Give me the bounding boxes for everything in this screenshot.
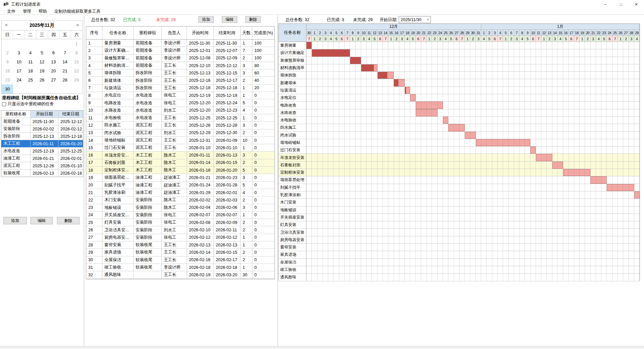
milestone-column-header[interactable]: 结束日期 <box>58 111 83 118</box>
task-row[interactable]: 7垃圾清运拆改阶段王工长2025-12-182025-12-18120 <box>86 84 275 92</box>
task-row[interactable]: 12防水施工泥瓦工程王工长2025-12-262025-12-2830 <box>86 122 275 129</box>
task-row[interactable]: 13闭水试验泥瓦工程刘水工2025-12-292025-12-3020 <box>86 129 275 137</box>
task-row[interactable]: 1量房测量前期准备李设计师2025-11-302025-11-301100 <box>86 40 275 47</box>
gantt-bar[interactable] <box>410 94 415 101</box>
gantt-bar[interactable] <box>563 169 590 176</box>
calendar-day-cell[interactable]: 19 <box>36 66 48 75</box>
minimize-button[interactable]: ─ <box>598 0 613 9</box>
calendar-day-cell[interactable]: 27 <box>48 75 59 84</box>
gantt-bar[interactable] <box>416 102 443 109</box>
milestone-column-header[interactable]: 里程碑名称 <box>1 111 31 118</box>
task-column-header[interactable]: 结束时间 <box>214 26 241 39</box>
task-row[interactable]: 17石膏板封面木工工程陈木工2026-01-142026-01-1520 <box>86 159 275 167</box>
close-button[interactable]: ✕ <box>629 0 644 9</box>
calendar-day-cell[interactable]: 28 <box>59 75 70 84</box>
calendar-day-cell[interactable]: 13 <box>48 57 59 66</box>
task-column-header[interactable]: 负责人 <box>162 26 187 39</box>
task-row[interactable]: 23地板铺设安装阶段陈木工2026-02-042026-02-0630 <box>86 204 275 212</box>
menu-item-1[interactable]: 管理 <box>19 9 35 14</box>
milestone-row[interactable]: 油漆工程2026-01-212026-02-01 <box>1 155 83 162</box>
task-delete-button[interactable]: 删除 <box>245 16 261 23</box>
calendar-day-cell[interactable]: 14 <box>59 57 70 66</box>
task-row[interactable]: 22木门安装安装阶段陈木工2026-02-022026-02-0320 <box>86 196 275 204</box>
gantt-bar[interactable] <box>443 117 448 124</box>
task-row[interactable]: 26卫浴洁具安...安装阶段刘水工2026-02-102026-02-1120 <box>86 226 275 234</box>
calendar-day-cell[interactable]: 6 <box>48 48 59 57</box>
gantt-bar[interactable] <box>476 139 531 146</box>
task-row[interactable]: 16吊顶龙骨安...木工工程陈木工2026-01-112026-01-1330 <box>86 152 275 159</box>
gantt-bar[interactable] <box>312 49 350 56</box>
task-row[interactable]: 32通风散味王工长2026-02-192026-03-20300 <box>86 271 275 279</box>
task-row[interactable]: 5墙体拆除拆改阶段王工长2025-12-132025-12-15360 <box>86 69 275 77</box>
task-row[interactable]: 2设计方案确...前期准备李设计师2025-12-012025-12-07710… <box>86 47 275 54</box>
gantt-bar[interactable] <box>465 132 476 139</box>
task-edit-button[interactable]: 编辑 <box>222 16 237 23</box>
calendar-day-cell[interactable]: 25 <box>25 75 36 84</box>
task-row[interactable]: 30全屋保洁软装收尾王工长2026-02-162026-02-1720 <box>86 256 275 264</box>
milestone-edit-button[interactable]: 编辑 <box>31 217 53 224</box>
calendar-day-cell[interactable]: 4 <box>25 48 36 57</box>
calendar-next-button[interactable]: > <box>75 22 80 27</box>
milestone-row[interactable]: 前期准备2025-11-302025-12-12 <box>1 118 83 125</box>
task-row[interactable]: 8水电定位水电改造张电工2025-12-192025-12-1910 <box>86 92 275 99</box>
calendar-day-cell[interactable]: 16 <box>2 66 13 75</box>
calendar-day-cell[interactable]: 11 <box>25 57 36 66</box>
task-row[interactable]: 18定制柜体安...木工工程陈木工2026-01-162026-01-2050 <box>86 167 275 174</box>
task-row[interactable]: 27厨房电器安...安装阶段张电工2026-02-122026-02-1210 <box>86 234 275 241</box>
task-row[interactable]: 3装修预算审...前期准备李设计师2025-12-082025-12-09210… <box>86 55 275 62</box>
start-date-select[interactable]: 2025/11/30 ˅ <box>399 16 431 23</box>
calendar-day-cell[interactable]: 20 <box>48 66 59 75</box>
calendar-day-cell[interactable]: 30 <box>2 84 13 94</box>
calendar-day-cell[interactable]: 18 <box>25 66 36 75</box>
milestone-row[interactable]: 拆改阶段2025-12-132025-12-18 <box>1 133 83 140</box>
milestone-add-button[interactable]: 添加 <box>3 217 27 224</box>
calendar-day-cell[interactable]: 7 <box>59 48 70 57</box>
gantt-bar[interactable] <box>448 124 465 131</box>
calendar-day-cell[interactable]: 8 <box>71 48 82 57</box>
gantt-bar[interactable] <box>607 184 634 191</box>
calendar-day-cell[interactable]: 29 <box>71 75 82 84</box>
task-add-button[interactable]: 添加 <box>198 16 214 23</box>
calendar-day-cell[interactable]: 5 <box>36 48 48 57</box>
milestone-row[interactable]: 软装收尾2026-02-132026-02-18 <box>1 170 83 177</box>
menu-item-3[interactable]: 定制功能或获取更多工具 <box>51 9 104 14</box>
calendar-day-cell[interactable]: 1 <box>71 39 82 48</box>
milestone-row[interactable]: 木工工程2026-01-112026-01-20 <box>1 140 83 148</box>
task-row[interactable]: 21乳胶漆涂刷油漆工程赵油漆工2026-01-292026-02-0140 <box>86 189 275 196</box>
task-row[interactable]: 31竣工验收软装收尾李设计师2026-02-182026-02-1810 <box>86 264 275 271</box>
gantt-bar[interactable] <box>536 154 552 161</box>
calendar-day-cell[interactable]: 26 <box>36 75 48 84</box>
calendar-day-cell[interactable]: 21 <box>59 66 70 75</box>
calendar-day-cell[interactable]: 23 <box>2 75 13 84</box>
task-row[interactable]: 29家具进场软装收尾王工长2026-02-142026-02-1520 <box>86 249 275 256</box>
gantt-bar[interactable] <box>350 57 361 64</box>
calendar-day-cell[interactable]: 15 <box>71 57 82 66</box>
gantt-bar[interactable] <box>394 79 405 86</box>
calendar-day-cell[interactable]: 17 <box>13 66 24 75</box>
milestone-delete-button[interactable]: 删除 <box>57 217 80 224</box>
task-column-header[interactable]: 任务名称 <box>102 26 134 39</box>
calendar-day-cell[interactable]: 2 <box>2 48 13 57</box>
calendar-day-cell[interactable]: 9 <box>2 57 13 66</box>
milestone-row[interactable]: 安装阶段2026-02-022026-02-12 <box>1 125 83 133</box>
gantt-bar[interactable] <box>552 162 563 169</box>
task-row[interactable]: 9电路改造水电改造张电工2025-12-202025-12-2450 <box>86 99 275 107</box>
calendar-day-cell[interactable]: 10 <box>13 57 24 66</box>
gantt-bar[interactable] <box>416 109 438 116</box>
task-row[interactable]: 14墙地砖铺贴泥瓦工程王工长2025-12-312026-01-09100 <box>86 137 275 144</box>
calendar-day-cell[interactable]: 24 <box>13 75 24 84</box>
gantt-bar[interactable] <box>361 64 378 71</box>
milestone-filter-checkbox[interactable] <box>2 102 6 106</box>
task-row[interactable]: 28窗帘安装软装收尾王工长2026-02-132026-02-1310 <box>86 241 275 249</box>
gantt-bar[interactable] <box>306 42 312 49</box>
task-row[interactable]: 20刮腻子找平油漆工程赵油漆工2026-01-242026-01-2850 <box>86 182 275 189</box>
menu-item-0[interactable]: 文件 <box>3 9 19 14</box>
task-row[interactable]: 6新建墙体拆改阶段王工长2025-12-162025-12-17240 <box>86 77 275 84</box>
milestone-row[interactable]: 水电改造2025-12-192025-12-25 <box>1 148 83 155</box>
milestone-column-header[interactable]: 开始日期 <box>31 111 58 118</box>
task-row[interactable]: 10水路改造水电改造刘水工2025-12-202025-12-2340 <box>86 107 275 114</box>
task-row[interactable]: 25灯具安装安装阶段张电工2026-02-082026-02-0920 <box>86 219 275 226</box>
menu-item-2[interactable]: 帮助 <box>35 9 51 14</box>
task-column-header[interactable]: 天数 <box>241 26 252 39</box>
gantt-bar[interactable] <box>405 87 410 94</box>
